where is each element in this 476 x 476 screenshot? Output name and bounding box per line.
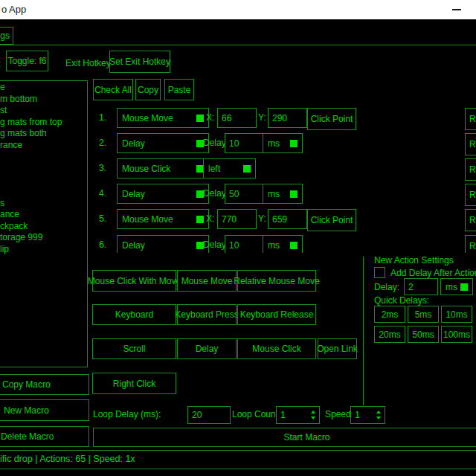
add-open-link-button[interactable]: Open Link [318,338,357,359]
delay-input[interactable]: 10 [225,133,263,153]
minimize-button[interactable] [445,0,470,19]
remove-row-button[interactable]: R [465,158,476,181]
new-action-settings-title: New Action Settings [374,255,454,266]
add-keyboard-press-button[interactable]: Keyboard Press [177,304,237,325]
add-delay-after-action-checkbox[interactable] [374,267,385,278]
delay-unit-dropdown[interactable]: ms [263,184,303,204]
macro-list-item[interactable]: m bottom [0,94,37,105]
mouse-button-dropdown[interactable]: left [203,158,256,178]
speed-stepper[interactable]: 1 [350,406,385,424]
add-keyboard-button[interactable]: Keyboard [92,304,176,325]
macro-list-item[interactable]: ance [0,209,19,220]
action-type-dropdown[interactable]: Mouse Click [117,158,209,178]
macro-list-item[interactable]: g mats from top [0,117,62,128]
quick-delay-10ms-button[interactable]: 10ms [441,306,472,323]
quick-delay-20ms-button[interactable]: 20ms [374,326,405,343]
quick-delay-5ms-button[interactable]: 5ms [408,306,439,323]
remove-row-button[interactable]: R [465,133,476,155]
statusbar-top-divider [0,450,476,451]
macro-list-item[interactable]: rance [0,140,22,151]
add-relative-mouse-move-button[interactable]: Relative Mouse Move [237,270,316,292]
nas-delay-input[interactable]: 2 [404,278,438,295]
action-rows-panel: Check All Copy Paste 1. Mouse Move X: 66… [93,77,476,253]
action-type-dropdown[interactable]: Delay [117,133,209,153]
copy-macro-button[interactable]: Copy Macro [0,374,89,395]
action-type-dropdown[interactable]: Mouse Move [117,209,209,229]
tab-settings[interactable]: gs [0,27,13,45]
stepper-arrows-icon[interactable] [376,411,381,419]
remove-row-button[interactable]: R [465,209,476,231]
click-point-button[interactable]: Click Point [307,108,356,130]
macro-list-item[interactable]: s [0,198,4,209]
add-mouse-move-button[interactable]: Mouse Move [177,270,237,292]
macro-list-item[interactable]: e [0,82,5,93]
copy-button[interactable]: Copy [135,79,161,100]
delete-macro-button[interactable]: Delete Macro [0,426,89,447]
y-label: Y: [258,213,266,224]
delay-input[interactable]: 10 [225,235,263,253]
loop-count-stepper[interactable]: 1 [276,406,320,424]
add-scroll-button[interactable]: Scroll [92,338,176,359]
add-mouse-click-with-move-button[interactable]: Mouse Click With Move [92,270,176,292]
nas-delay-label: Delay: [374,282,399,292]
y-input[interactable]: 290 [268,108,307,128]
unit-value: ms [268,240,280,251]
settings-divider [363,257,364,405]
new-macro-button[interactable]: New Macro [0,399,89,421]
quick-delay-50ms-button[interactable]: 50ms [408,326,439,343]
stepper-up-icon[interactable] [376,411,381,414]
delay-unit-dropdown[interactable]: ms [263,133,303,153]
quick-delay-100ms-button[interactable]: 100ms [441,326,472,343]
delay-input[interactable]: 50 [225,184,263,204]
remove-row-button[interactable]: R [465,184,476,206]
macro-list-item[interactable]: st [0,105,7,116]
stepper-arrows-icon[interactable] [311,411,315,419]
x-input[interactable]: 66 [217,108,257,128]
row-number: 3. [99,163,106,173]
nas-unit-value: ms [446,282,457,292]
macro-list-item[interactable]: lip [0,244,9,255]
set-exit-hotkey-button[interactable]: Set Exit Hotkey [109,51,170,73]
x-label: X: [206,213,214,224]
nas-delay-unit-dropdown[interactable]: ms [440,278,473,295]
action-row: 4. Delay Delay 50 ms R [93,184,476,205]
paste-button[interactable]: Paste [164,79,194,100]
macro-listbox[interactable]: e m bottom st g mats from top g mats bot… [0,80,88,367]
y-input[interactable]: 659 [268,209,307,229]
delay-unit-dropdown[interactable]: ms [263,235,303,253]
click-point-button[interactable]: Click Point [307,209,356,231]
dropdown-indicator-square-icon [290,242,298,249]
add-keyboard-release-button[interactable]: Keyboard Release [237,304,316,325]
stepper-down-icon[interactable] [376,416,381,419]
minimize-icon [452,9,461,10]
macro-list-item[interactable]: g mats both [0,128,47,139]
action-type-dropdown[interactable]: Mouse Move [117,108,209,128]
add-mouse-click-button[interactable]: Mouse Click [237,338,316,359]
unit-value: ms [268,189,280,199]
row-number: 5. [99,213,106,224]
add-right-click-button[interactable]: Right Click [92,373,176,394]
dropdown-indicator-square-icon [196,115,204,122]
quick-delay-2ms-button[interactable]: 2ms [374,306,405,323]
dropdown-indicator-square-icon [290,190,298,198]
dropdown-indicator-square-icon [290,140,298,147]
remove-row-button[interactable]: R [465,108,476,130]
macro-list-item[interactable]: ckpack [0,221,28,232]
stepper-up-icon[interactable] [311,411,315,414]
start-macro-button[interactable]: Start Macro [93,428,476,447]
delay-label: Delay [203,239,226,250]
add-delay-button[interactable]: Delay [177,338,237,359]
delay-label: Delay [203,138,226,148]
toggle-hotkey-button[interactable]: Toggle: f6 [6,51,48,71]
action-type-dropdown[interactable]: Delay [117,184,209,204]
x-input[interactable]: 770 [217,209,257,229]
remove-row-button[interactable]: R [465,235,476,253]
loop-delay-input[interactable]: 20 [187,406,231,424]
dropdown-indicator-square-icon [460,283,468,291]
check-all-button[interactable]: Check All [93,79,133,100]
action-type-dropdown[interactable]: Delay [117,235,209,253]
action-type-value: Mouse Click [122,164,170,174]
stepper-down-icon[interactable] [311,416,315,419]
macro-list-item[interactable]: torage 999 [0,232,42,243]
dropdown-indicator-square-icon [196,216,204,223]
